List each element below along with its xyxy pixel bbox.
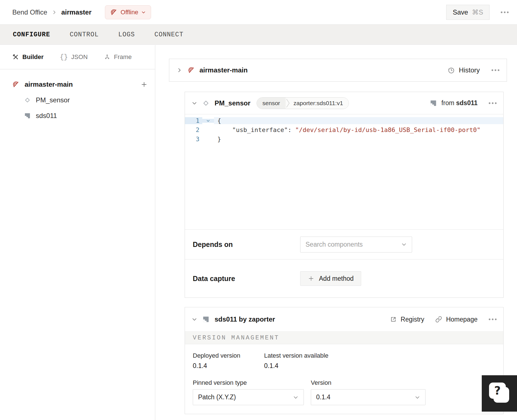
machine-status-dropdown[interactable]: Offline bbox=[105, 5, 151, 19]
sds011-module-card: sds011 by zaporter Registry bbox=[185, 307, 504, 414]
version-management-body: Deployed version Latest version availabl… bbox=[185, 344, 503, 405]
machine-part-title: airmaster-main bbox=[199, 66, 248, 74]
chevron-down-icon[interactable] bbox=[192, 100, 197, 106]
tab-logs[interactable]: LOGS bbox=[118, 31, 135, 38]
status-label: Offline bbox=[121, 9, 138, 16]
tools-icon bbox=[12, 54, 19, 60]
data-capture-label: Data capture bbox=[193, 275, 300, 283]
view-tab-label: JSON bbox=[71, 53, 88, 61]
pinned-version-type-label: Pinned version type bbox=[193, 379, 311, 386]
save-button[interactable]: Save ⌘S bbox=[446, 5, 490, 20]
tree-item-pm-sensor[interactable]: PM_sensor bbox=[0, 92, 155, 108]
line-number: 3 bbox=[185, 136, 202, 143]
version-select[interactable]: 0.1.4 bbox=[311, 389, 426, 405]
tree-item-label: PM_sensor bbox=[36, 96, 70, 104]
version-label: Version bbox=[311, 379, 331, 386]
version-labels-row: Deployed version Latest version availabl… bbox=[193, 352, 495, 359]
app-window: Bend Office airmaster Offline Save ⌘S bbox=[0, 0, 517, 420]
view-tab-frame[interactable]: Frame bbox=[104, 53, 132, 61]
config-main-panel: airmaster-main History bbox=[156, 45, 517, 420]
braces-icon: {} bbox=[60, 53, 68, 61]
version-values-row: 0.1.4 0.1.4 bbox=[193, 362, 495, 370]
version-value: 0.1.4 bbox=[316, 393, 330, 401]
chevron-down-icon[interactable] bbox=[192, 317, 197, 322]
plus-icon bbox=[308, 275, 314, 282]
badge-divider-icon bbox=[286, 98, 290, 109]
machine-nav-tabs: CONFIGURE CONTROL LOGS CONNECT bbox=[0, 25, 517, 45]
component-diamond-icon bbox=[24, 97, 31, 103]
registry-label: Registry bbox=[401, 316, 424, 323]
line-number: 2 bbox=[185, 126, 202, 133]
pin-selects-row: Patch (X.Y.Z) 0.1.4 bbox=[193, 389, 495, 405]
add-component-icon[interactable] bbox=[140, 81, 148, 88]
frame-axes-icon bbox=[104, 54, 111, 60]
top-bar-actions: Save ⌘S bbox=[446, 5, 509, 20]
deployed-version-label: Deployed version bbox=[193, 352, 264, 359]
history-button[interactable]: History bbox=[448, 66, 480, 74]
history-label: History bbox=[459, 66, 480, 74]
view-tab-json[interactable]: {} JSON bbox=[60, 53, 88, 61]
pm-sensor-card-header: PM_sensor sensor zaporter:sds011:v1 from… bbox=[185, 92, 503, 114]
tab-configure[interactable]: CONFIGURE bbox=[13, 31, 50, 38]
module-icon bbox=[202, 316, 210, 323]
help-chat-bubble-icon: ? bbox=[489, 383, 506, 399]
module-icon bbox=[24, 112, 31, 119]
from-module-name: sds011 bbox=[456, 99, 478, 107]
more-options-icon[interactable] bbox=[489, 318, 497, 320]
save-label: Save bbox=[453, 8, 468, 16]
chevron-down-icon bbox=[293, 395, 299, 400]
chevron-down-icon bbox=[401, 242, 407, 247]
chevron-down-icon bbox=[415, 395, 420, 400]
latest-version-value: 0.1.4 bbox=[264, 362, 278, 370]
depends-on-placeholder: Search components bbox=[306, 241, 363, 248]
homepage-label: Homepage bbox=[446, 316, 478, 323]
add-method-button[interactable]: Add method bbox=[300, 271, 361, 286]
external-link-icon bbox=[390, 316, 397, 323]
history-clock-icon bbox=[448, 67, 455, 74]
code-line: 1 { bbox=[185, 116, 503, 125]
tree-item-label: airmaster-main bbox=[25, 81, 73, 88]
code-text: "usb_interface": "/dev/serial/by-id/usb-… bbox=[214, 126, 503, 133]
breadcrumb-machine[interactable]: airmaster bbox=[61, 8, 91, 16]
module-title: sds011 by zaporter bbox=[215, 315, 275, 323]
depends-on-select[interactable]: Search components bbox=[300, 237, 412, 253]
code-line: 2 "usb_interface": "/dev/serial/by-id/us… bbox=[185, 125, 503, 135]
component-tree: airmaster-main PM_sensor sds011 bbox=[0, 69, 155, 124]
pin-labels-row: Pinned version type Version bbox=[193, 379, 495, 386]
more-options-icon[interactable] bbox=[492, 69, 499, 71]
depends-on-section: Depends on Search components bbox=[185, 229, 503, 259]
fold-chevron-icon[interactable] bbox=[202, 119, 214, 123]
add-method-label: Add method bbox=[319, 275, 354, 282]
component-model-badge: sensor zaporter:sds011:v1 bbox=[257, 97, 349, 109]
deployed-version-value: 0.1.4 bbox=[193, 362, 264, 370]
top-bar: Bend Office airmaster Offline Save ⌘S bbox=[0, 0, 517, 25]
component-type-badge: sensor bbox=[257, 98, 286, 109]
code-line: 3 } bbox=[185, 135, 503, 144]
code-text: } bbox=[214, 136, 503, 143]
chevron-right-icon[interactable] bbox=[177, 67, 182, 73]
more-options-icon[interactable] bbox=[489, 102, 497, 104]
component-diamond-icon bbox=[202, 100, 210, 107]
attributes-code-editor[interactable]: 1 { 2 "usb_interface": "/dev/serial/by-i… bbox=[185, 114, 503, 229]
breadcrumb-org[interactable]: Bend Office bbox=[12, 8, 47, 16]
registry-link[interactable]: Registry bbox=[390, 316, 424, 323]
tab-connect[interactable]: CONNECT bbox=[154, 31, 184, 38]
module-icon bbox=[430, 100, 437, 107]
tree-item-sds011[interactable]: sds011 bbox=[0, 108, 155, 124]
machine-part-card: airmaster-main History bbox=[169, 59, 507, 82]
pinned-version-type-select[interactable]: Patch (X.Y.Z) bbox=[193, 389, 304, 405]
latest-version-label: Latest version available bbox=[264, 352, 328, 359]
view-mode-tabs: Builder {} JSON Frame bbox=[0, 45, 155, 69]
view-tab-label: Builder bbox=[22, 53, 44, 61]
module-header-actions: Registry Homepage bbox=[390, 316, 497, 323]
config-sidebar: Builder {} JSON Frame bbox=[0, 45, 155, 420]
version-management-section-title: VERSION MANAGEMENT bbox=[185, 332, 503, 344]
chevron-down-icon bbox=[141, 10, 146, 15]
homepage-link[interactable]: Homepage bbox=[435, 316, 478, 323]
tab-control[interactable]: CONTROL bbox=[70, 31, 99, 38]
component-header-right: from sds011 bbox=[430, 99, 497, 107]
help-button[interactable]: ? bbox=[482, 375, 517, 412]
tree-item-machine[interactable]: airmaster-main bbox=[0, 77, 155, 92]
more-options-icon[interactable] bbox=[501, 11, 509, 13]
view-tab-builder[interactable]: Builder bbox=[12, 53, 44, 61]
